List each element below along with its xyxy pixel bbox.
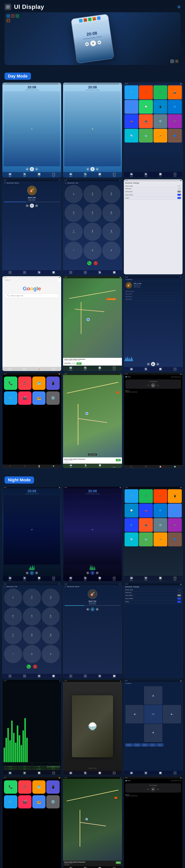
- screen-night-home-1: 20:08▮▮ 20:08 A stunning display of driv…: [2, 486, 61, 582]
- screen-google: 14:50▮▮ google.com ↻ Google 🔍 Search or …: [2, 276, 61, 371]
- screen-night-carplay: 18:44📶 📞 🎵 🗺️ 📱 🐦 🎬 📻 ⚙️ 📞 🎵: [2, 777, 61, 868]
- night-auto-answer-row: Auto answer: [124, 594, 183, 597]
- night-device-pin-row: Device pin0000: [124, 591, 183, 594]
- screen-night-bt-call: 11:40BT 📞 Bluetooth_Call 1 2ABC 3DEF 4GH…: [2, 583, 61, 678]
- screen-night-nav-map: 18:33▮ 📍 Sunny Coffee Modern Restaurant …: [63, 777, 122, 868]
- screen-not-playing: 18:01▮▮ 🗺️ Maps 18:18 ETA 9.0 mi Not Pla…: [124, 373, 183, 468]
- time-display-1: 20:08: [2, 85, 61, 89]
- subtitle-1: A stunning display of driving: [2, 89, 61, 91]
- dialpad: 1 2ABC 3DEF 4GHI 5JKL 6MNO 7PQRS 8TUV 9W…: [63, 184, 122, 260]
- night-music-art: 🎸: [88, 589, 97, 599]
- hero-subtitle: A stunning display of driving: [83, 36, 102, 40]
- screen-bt-music: 11:40BT 🎵 Bluetooth_Music 🎸 Music Title …: [2, 179, 61, 274]
- night-device-name-row: Device nameCarBT: [124, 589, 183, 591]
- page-title: UI Display: [14, 3, 44, 10]
- night-auto-connect-row: Auto connect: [124, 597, 183, 600]
- night-time-1: 20:08: [2, 489, 61, 493]
- screen-night-eq: 14:50▮: [2, 680, 61, 775]
- local-music-list: 华乐_03_01.mp3 华乐_04.mp3 华乐_05.mp3 华乐_06.m…: [124, 289, 183, 302]
- player-controls-2: ⏮ ⏸ ⏭: [63, 166, 122, 172]
- hero-time: 20:08: [86, 31, 98, 37]
- screen-day-apps: 12:08▮▮ 🐦 🎵 🎶 📷 🌐 💬 📱 🔷 🚗 📺 ⚙️ 🎮 📡 🗺️ 📻 …: [124, 83, 183, 178]
- waveform: [124, 355, 183, 361]
- screen-night-camera: 14:50▮ 🍚 Camera View 📧 📡 📊 📱: [63, 680, 122, 775]
- day-carplay-row: 18:44📶 📞 🎵 🗺️ 📱 🐦 🎬 📻 ⚙️ 📞 🎵: [2, 373, 183, 468]
- time-display-2: 20:08: [63, 85, 122, 89]
- day-home-row: 20:08▮▮▮ 20:08 A stunning display of dri…: [2, 83, 183, 178]
- screen-night-not-playing: 18:01▮▮ 🗺️ Maps 18:18 ETA 9.0 mi Not Pla…: [124, 777, 183, 868]
- navigation-icon[interactable]: ≡: [178, 4, 181, 10]
- night-misc-row: 14:50▮: [2, 680, 183, 775]
- screen-bt-call: 11:40BT 📞 Bluetooth_Call 1 2ABC 3DEF 4GH…: [63, 179, 122, 274]
- device-name-row: Device nameCarBT: [124, 185, 183, 187]
- night-go-button[interactable]: GO: [116, 861, 121, 864]
- night-home-row: 20:08▮▮ 20:08 A stunning display of driv…: [2, 486, 183, 582]
- screen-night-apps: 12:08▮▮ 🐦 🎵 🎶 📱 💬 🚗 🔷 🌐 🔵 📺 ⚙️ 🎮 📡 🗺️ 📻 …: [124, 486, 183, 582]
- screen-day-home-2: 20:08▮▮▮ 20:08 A stunning display of dri…: [63, 83, 122, 178]
- night-mode-badge: Night Mode: [4, 476, 34, 484]
- map-view: 📍 Sunny Coffee: [63, 278, 122, 358]
- screen-night-crosshair: 09:01▮▮ Navigation ▲ ◄ OK ► ▼ MENU HOME …: [124, 680, 183, 775]
- power-row: Power: [124, 196, 183, 200]
- screen-carplay-home: 18:44📶 📞 🎵 🗺️ 📱 🐦 🎬 📻 ⚙️ 📞 🎵: [2, 373, 61, 468]
- url-bar[interactable]: google.com: [4, 279, 58, 281]
- day-misc-row: 14:50▮▮ google.com ↻ Google 🔍 Search or …: [2, 276, 183, 371]
- night-music-info: Music Title Music Album Music Artist: [63, 600, 122, 604]
- hero-player-controls: ⏮ ⏸ ⏭: [85, 39, 102, 47]
- night-app-grid: 🐦 🎵 🎶 📱 💬 🚗 🔷 🌐 🔵 📺 ⚙️ 🎮 📡 🗺️ 📻 🔵: [124, 489, 183, 547]
- google-search-bar[interactable]: 🔍 Search or type URL: [5, 293, 59, 298]
- bt-music-controls: ⏮ ⏸ ⏭: [2, 203, 61, 209]
- screen-nav-map-day: 18:33▮ 📍 Sunny Coffee Sunny Coffee Moder…: [63, 373, 122, 468]
- browser-reload[interactable]: ↻: [59, 279, 60, 281]
- night-dialpad: 1 2ABC 3DEF 4GHI 5JKL 6MNO 7PQRS 8TUV 9W…: [2, 588, 61, 664]
- music-art: 🎸: [27, 186, 36, 195]
- page-header: UI Display ≡: [0, 0, 185, 12]
- auto-answer-row: Auto answer: [124, 190, 183, 193]
- screen-night-home-2: 20:08▮▮ 20:08 A stunning display of driv…: [63, 486, 122, 582]
- player-controls-1: ⏮ ⏸ ⏭: [2, 166, 61, 172]
- night-power-row: Power: [124, 600, 183, 603]
- day-bt-row: 11:40BT 🎵 Bluetooth_Music 🎸 Music Title …: [2, 179, 183, 274]
- menu-button[interactable]: [4, 4, 11, 10]
- night-carplay-row: 18:44📶 📞 🎵 🗺️ 📱 🐦 🎬 📻 ⚙️ 📞 🎵: [2, 777, 183, 868]
- screen-map: 18:33▮▮ 📍 Sunny Coffee Sunny Coffee Mode…: [63, 276, 122, 371]
- day-mode-badge: Day Mode: [4, 72, 31, 80]
- google-logo: Google: [2, 282, 61, 293]
- hero-area: 🐦 📺 🎵 📱 🐦 📺 🎵 📷 🌐 20:08 A stunning displ…: [4, 12, 181, 65]
- navigation-panel: Sunny Coffee Modern Restaurant Address M…: [63, 358, 122, 366]
- music-info: Music Title Music Album Music Artist: [2, 197, 61, 201]
- screen-night-bt-settings: 17:08▮▮ Bluetooth_Settings Device nameCa…: [124, 583, 183, 678]
- go-button[interactable]: GO: [76, 362, 82, 365]
- hero-tablet: 🐦 📺 🎵 📷 🌐 20:08 A stunning display of dr…: [71, 13, 114, 64]
- screen-night-bt-music: 17:08BT 🎵 Bluetooth_Music 🎸 Music Title …: [63, 583, 122, 678]
- screen-bt-settings: 12:08▮▮ Bluetooth_Settings Device nameCa…: [124, 179, 183, 274]
- device-pin-row: Device pin0000: [124, 187, 183, 190]
- night-bt-row: 11:40BT 📞 Bluetooth_Call 1 2ABC 3DEF 4GH…: [2, 583, 183, 678]
- crosshair-navigation: ▲ ◄ OK ► ▼: [124, 685, 183, 743]
- go-button-2[interactable]: GO: [116, 459, 121, 461]
- auto-connect-row: Auto connect: [124, 193, 183, 196]
- app-grid: 🐦 🎵 🎶 📷 🌐 💬 📱 🔷 🚗 📺 ⚙️ 🎮 📡 🗺️ 📻 🔵: [124, 85, 183, 143]
- screen-local-music: 12:08BT SocialMusic 🎸 华乐_01.mp3 华乐_02.mp…: [124, 276, 183, 371]
- screen-day-home-1: 20:08▮▮▮ 20:08 A stunning display of dri…: [2, 83, 61, 178]
